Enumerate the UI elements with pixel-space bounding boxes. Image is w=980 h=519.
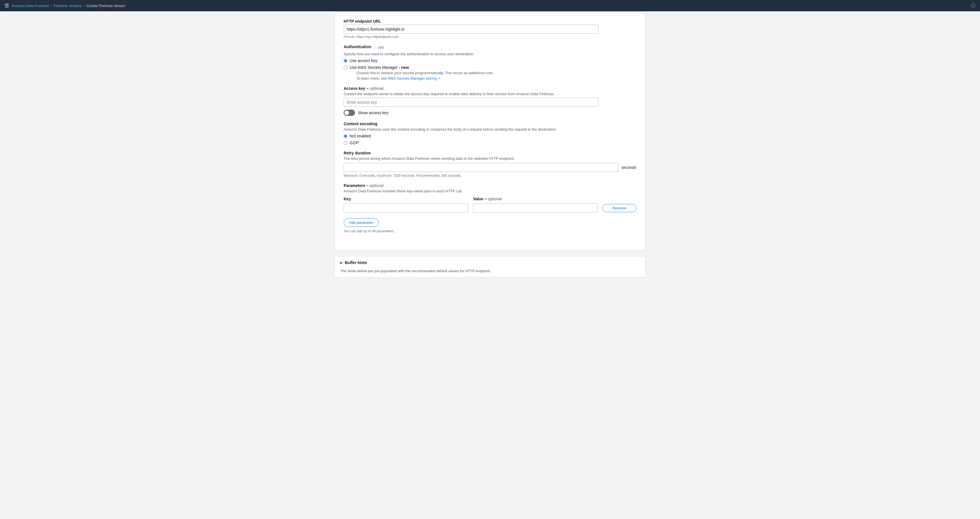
nav-info-icon[interactable]: ⓘ <box>971 3 975 9</box>
http-endpoint-format-hint: Format: https://xyz.httpendpoint.com <box>344 35 636 39</box>
remove-parameter-button[interactable]: Remove <box>602 204 636 212</box>
buffer-hints-body: The fields below are pre-populated with … <box>335 269 645 277</box>
breadcrumb-separator-1: › <box>51 4 52 8</box>
buffer-hints-header[interactable]: ▶ Buffer hints <box>335 256 645 269</box>
content-encoding-label: Content encoding <box>344 121 636 126</box>
encoding-not-enabled-label[interactable]: Not enabled <box>350 134 371 138</box>
authentication-info-link[interactable]: Info <box>378 45 384 50</box>
auth-access-key-radio[interactable] <box>344 59 347 62</box>
buffer-hints-section: ▶ Buffer hints The fields below are pre-… <box>334 256 646 277</box>
authentication-description: Specify how you want to configure the au… <box>344 52 636 56</box>
param-key-input[interactable]: x-highlight-project <box>344 203 468 212</box>
buffer-hints-label: Buffer hints <box>345 260 367 265</box>
auth-option-access-key: Use access key <box>344 58 636 63</box>
auth-pipe-divider: | <box>374 45 375 50</box>
parameters-add-hint: You can add up to 49 parameters. <box>344 229 636 233</box>
external-link-icon: ↗ <box>437 77 440 80</box>
retry-duration-label: Retry duration <box>344 151 636 155</box>
parameters-description: Amazon Data Firehose includes these key-… <box>344 189 636 193</box>
access-key-field: Access key – optional Contact the endpoi… <box>344 86 636 116</box>
breadcrumb-firehose-link[interactable]: Amazon Data Firehose <box>11 4 49 8</box>
breadcrumb-separator-2: › <box>84 4 84 8</box>
retry-duration-hint: Minimum: 0 seconds, maximum: 7200 second… <box>344 174 636 177</box>
access-key-label: Access key – optional <box>344 86 636 91</box>
add-parameter-button[interactable]: Add parameter <box>344 218 379 227</box>
breadcrumb-streams-link[interactable]: Firehose streams <box>54 4 82 8</box>
parameters-label: Parameters – optional <box>344 183 636 188</box>
retry-duration-description: The time period during which Amazon Data… <box>344 156 636 161</box>
encoding-gzip-radio[interactable] <box>344 141 347 145</box>
encoding-gzip-label[interactable]: GZIP <box>350 141 359 145</box>
show-access-key-label: Show access key <box>358 110 388 115</box>
content-encoding-radio-group: Not enabled GZIP <box>344 134 636 145</box>
retry-duration-input[interactable]: 300 <box>344 163 619 172</box>
retry-duration-row: 300 seconds <box>344 163 636 172</box>
hamburger-menu[interactable]: ☰ <box>5 3 9 9</box>
aws-secrets-pricing-link[interactable]: AWS Secrets Manager pricing <box>388 76 437 80</box>
auth-access-key-label[interactable]: Use access key <box>350 58 377 63</box>
http-endpoint-url-field: HTTP endpoint URL https://otlpv1.firehos… <box>344 19 636 39</box>
parameters-table-header: Key Value – optional <box>344 196 636 201</box>
content-encoding-section: Content encoding Amazon Data Firehose us… <box>344 121 636 145</box>
encoding-option-not-enabled: Not enabled <box>344 134 636 138</box>
top-navigation: ☰ Amazon Data Firehose › Firehose stream… <box>0 0 980 11</box>
value-column-header: Value – optional <box>473 196 598 201</box>
http-endpoint-input[interactable]: https://otlpv1.firehose.highlight.io <box>344 25 598 34</box>
parameters-section: Parameters – optional Amazon Data Fireho… <box>344 183 636 233</box>
breadcrumb: Amazon Data Firehose › Firehose streams … <box>11 4 125 8</box>
auth-secrets-manager-subtext1: Choose this to retrieve your secrets pro… <box>356 71 493 75</box>
authentication-header: Authentication | Info <box>344 45 636 50</box>
auth-option-secrets-manager: Use AWS Secrets Manager - new Choose thi… <box>344 65 636 80</box>
param-value-input[interactable]: YOUR_PROJECT_ID <box>473 203 598 212</box>
buffer-hints-chevron: ▶ <box>340 261 342 265</box>
retry-duration-section: Retry duration The time period during wh… <box>344 151 636 177</box>
encoding-not-enabled-radio[interactable] <box>344 134 347 138</box>
auth-secrets-manager-subtext2: To learn more, see AWS Secrets Manager p… <box>356 76 493 80</box>
authentication-radio-group: Use access key Use AWS Secrets Manager -… <box>344 58 636 80</box>
auth-secrets-manager-label[interactable]: Use AWS Secrets Manager - new <box>350 65 409 70</box>
main-content-panel: HTTP endpoint URL https://otlpv1.firehos… <box>334 12 646 251</box>
parameter-row: x-highlight-project YOUR_PROJECT_ID Remo… <box>344 203 636 212</box>
access-key-description: Contact the endpoint owner to obtain the… <box>344 92 636 96</box>
show-access-key-toggle[interactable] <box>344 110 355 116</box>
breadcrumb-current-page: Create Firehose stream <box>86 4 125 8</box>
parameters-table: Key Value – optional x-highlight-project… <box>344 196 636 212</box>
show-access-key-row: Show access key <box>344 110 636 116</box>
authentication-label: Authentication <box>344 45 371 49</box>
encoding-option-gzip: GZIP <box>344 141 636 145</box>
auth-secrets-manager-radio[interactable] <box>344 66 347 69</box>
access-key-input[interactable] <box>344 98 598 107</box>
toggle-slider <box>344 110 355 116</box>
key-column-header: Key <box>344 196 468 201</box>
authentication-section: Authentication | Info Specify how you wa… <box>344 45 636 80</box>
content-encoding-description: Amazon Data Firehose uses the content en… <box>344 127 636 131</box>
retry-duration-unit: seconds <box>622 165 636 170</box>
http-endpoint-label: HTTP endpoint URL <box>344 19 636 24</box>
